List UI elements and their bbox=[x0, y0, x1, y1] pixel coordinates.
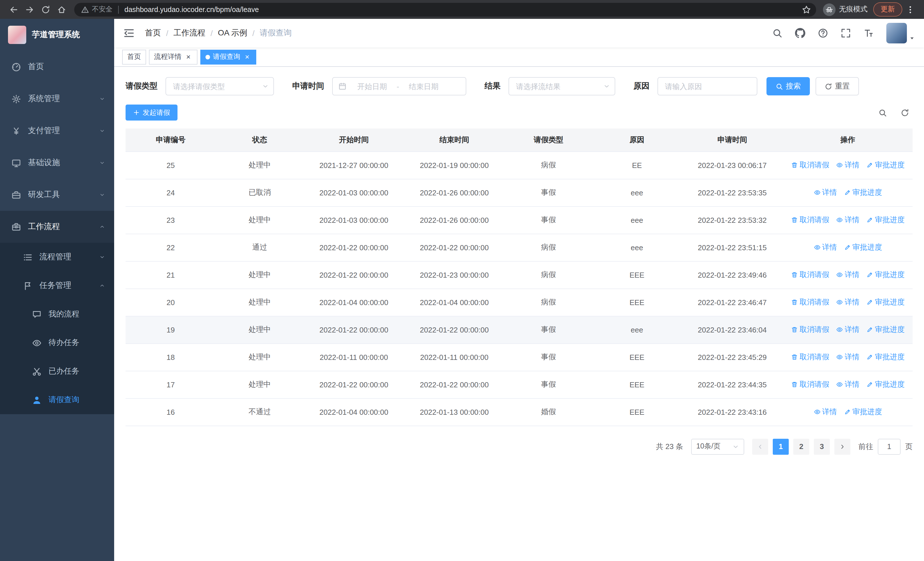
back-button[interactable] bbox=[6, 2, 22, 17]
table-row-22: 22通过2022-01-22 00:00:002022-01-22 00:00:… bbox=[126, 234, 913, 261]
toggle-search-icon[interactable] bbox=[878, 108, 887, 117]
prev-page-button[interactable] bbox=[752, 438, 768, 454]
detail-link[interactable]: 详情 bbox=[836, 297, 860, 307]
detail-link[interactable]: 详情 bbox=[814, 407, 837, 417]
detail-link[interactable]: 详情 bbox=[836, 215, 860, 225]
create-leave-button[interactable]: 发起请假 bbox=[126, 105, 177, 120]
approval-progress-link[interactable]: 审批进度 bbox=[866, 379, 904, 390]
reason-input[interactable] bbox=[657, 77, 758, 95]
sidebar-item-devtools[interactable]: 研发工具 bbox=[0, 179, 114, 211]
detail-link[interactable]: 详情 bbox=[836, 270, 860, 280]
flow-icon bbox=[23, 252, 33, 262]
reset-button[interactable]: 重置 bbox=[816, 77, 859, 95]
detail-link[interactable]: 详情 bbox=[814, 187, 837, 198]
leave-type-input[interactable] bbox=[165, 77, 274, 95]
cancel-leave-link[interactable]: 取消请假 bbox=[791, 270, 829, 280]
sidebar-item-process-management[interactable]: 流程管理 bbox=[0, 243, 114, 271]
forward-button[interactable] bbox=[22, 2, 38, 17]
github-icon[interactable] bbox=[795, 28, 805, 38]
font-size-icon[interactable] bbox=[864, 28, 874, 38]
sidebar-toggle-button[interactable] bbox=[123, 27, 135, 39]
plus-icon bbox=[133, 109, 140, 116]
sidebar-item-done-tasks[interactable]: 已办任务 bbox=[0, 357, 114, 386]
security-label: 不安全 bbox=[92, 5, 112, 14]
cancel-leave-link[interactable]: 取消请假 bbox=[791, 352, 829, 362]
detail-link[interactable]: 详情 bbox=[836, 352, 860, 362]
tab-leave-query[interactable]: 请假查询× bbox=[200, 50, 256, 64]
sidebar-item-home[interactable]: 首页 bbox=[0, 51, 114, 83]
browser-menu-button[interactable] bbox=[902, 2, 918, 17]
breadcrumb-item[interactable]: 首页 bbox=[145, 28, 161, 38]
apply-time-range-picker[interactable]: - bbox=[332, 77, 466, 95]
approval-progress-link[interactable]: 审批进度 bbox=[866, 215, 904, 225]
leave-type-select[interactable] bbox=[165, 77, 274, 95]
approval-progress-link[interactable]: 审批进度 bbox=[844, 187, 882, 198]
approval-progress-link[interactable]: 审批进度 bbox=[866, 352, 904, 362]
sidebar-item-workflow[interactable]: 工作流程 bbox=[0, 211, 114, 243]
sidebar-item-leave-query[interactable]: 请假查询 bbox=[0, 386, 114, 414]
bookmark-star-button[interactable] bbox=[799, 2, 814, 17]
security-warning[interactable]: 不安全 bbox=[81, 5, 112, 14]
result-input[interactable] bbox=[508, 77, 615, 95]
update-button[interactable]: 更新 bbox=[873, 2, 902, 17]
cancel-leave-link[interactable]: 取消请假 bbox=[791, 215, 829, 225]
detail-link[interactable]: 详情 bbox=[836, 160, 860, 170]
approval-progress-link[interactable]: 审批进度 bbox=[866, 325, 904, 335]
header-search-icon[interactable] bbox=[772, 28, 783, 38]
start-date-input[interactable] bbox=[349, 81, 396, 91]
cancel-leave-link[interactable]: 取消请假 bbox=[791, 325, 829, 335]
cancel-leave-link[interactable]: 取消请假 bbox=[791, 297, 829, 307]
detail-link[interactable]: 详情 bbox=[814, 242, 837, 253]
tab-close-icon[interactable]: × bbox=[184, 53, 192, 61]
sidebar-item-infrastructure[interactable]: 基础设施 bbox=[0, 147, 114, 179]
sidebar-item-payment[interactable]: 支付管理 bbox=[0, 115, 114, 147]
sidebar-item-system[interactable]: 系统管理 bbox=[0, 83, 114, 115]
reset-button-label: 重置 bbox=[835, 81, 850, 92]
pagination: 共 23 条 123 前往 页 bbox=[126, 438, 913, 454]
breadcrumb-separator: / bbox=[252, 29, 255, 38]
home-button[interactable] bbox=[54, 2, 70, 17]
sidebar-item-todo-tasks[interactable]: 待办任务 bbox=[0, 328, 114, 357]
cancel-leave-link[interactable]: 取消请假 bbox=[791, 160, 829, 170]
page-size-select[interactable] bbox=[691, 438, 744, 454]
sidebar-item-task-management[interactable]: 任务管理 bbox=[0, 271, 114, 300]
page-button-2[interactable]: 2 bbox=[793, 438, 809, 454]
approval-progress-link[interactable]: 审批进度 bbox=[866, 297, 904, 307]
reload-button[interactable] bbox=[38, 2, 54, 17]
search-button[interactable]: 搜索 bbox=[766, 77, 810, 95]
end-date-input[interactable] bbox=[400, 81, 447, 91]
result-select[interactable] bbox=[508, 77, 615, 95]
page-size-input[interactable] bbox=[691, 438, 744, 454]
approval-progress-link[interactable]: 审批进度 bbox=[866, 160, 904, 170]
tab-close-icon[interactable]: × bbox=[243, 53, 251, 61]
goto-page-input[interactable] bbox=[878, 438, 901, 454]
page-button-1[interactable]: 1 bbox=[773, 438, 789, 454]
next-page-button[interactable] bbox=[834, 438, 850, 454]
address-bar[interactable]: 不安全 dashboard.yudao.iocoder.cn/bpm/oa/le… bbox=[74, 3, 816, 16]
sidebar-item-label: 我的流程 bbox=[48, 309, 80, 319]
calendar-icon bbox=[339, 82, 346, 90]
cell-end-time: 2022-01-26 00:00:00 bbox=[404, 179, 504, 206]
refresh-table-icon[interactable] bbox=[901, 108, 909, 117]
approval-progress-link[interactable]: 审批进度 bbox=[844, 407, 882, 417]
help-icon[interactable] bbox=[818, 28, 828, 38]
cancel-leave-link[interactable]: 取消请假 bbox=[791, 379, 829, 390]
url-text[interactable]: dashboard.yudao.iocoder.cn/bpm/oa/leave bbox=[124, 5, 799, 14]
sidebar-item-my-processes[interactable]: 我的流程 bbox=[0, 300, 114, 328]
trash-icon bbox=[791, 353, 798, 361]
detail-link[interactable]: 详情 bbox=[836, 325, 860, 335]
user-menu[interactable] bbox=[886, 23, 915, 44]
table-row-21: 21处理中2022-01-22 00:00:002022-01-23 00:00… bbox=[126, 261, 913, 289]
refresh-icon bbox=[825, 83, 832, 90]
fullscreen-icon[interactable] bbox=[841, 28, 851, 38]
page-button-3[interactable]: 3 bbox=[814, 438, 830, 454]
approval-progress-link[interactable]: 审批进度 bbox=[844, 242, 882, 253]
chevron-right-icon bbox=[839, 443, 846, 450]
approval-progress-link[interactable]: 审批进度 bbox=[866, 270, 904, 280]
breadcrumb-item[interactable]: 工作流程 bbox=[174, 28, 206, 38]
tab-process-detail[interactable]: 流程详情× bbox=[149, 50, 198, 64]
breadcrumb-item[interactable]: OA 示例 bbox=[218, 28, 248, 38]
tab-home[interactable]: 首页 bbox=[122, 50, 146, 64]
cell-actions: 取消请假详情审批进度 bbox=[783, 261, 913, 289]
detail-link[interactable]: 详情 bbox=[836, 379, 860, 390]
